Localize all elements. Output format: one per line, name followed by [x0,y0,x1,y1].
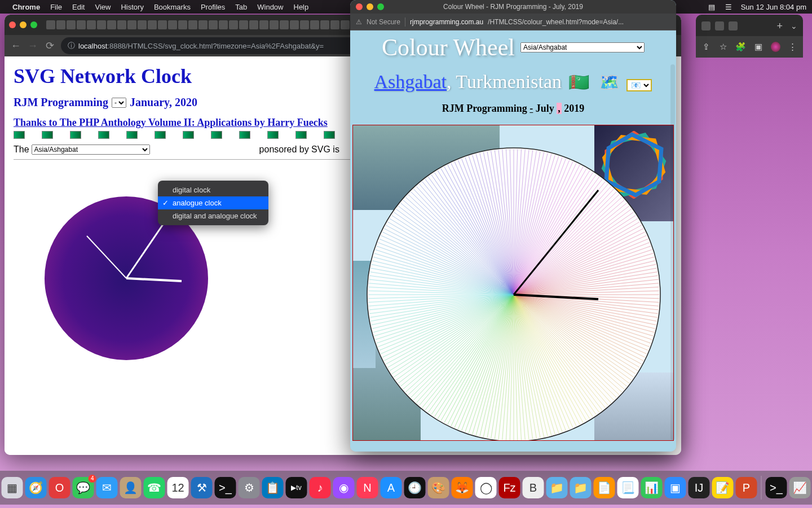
dock-settings[interactable]: ⚙︎ [239,477,260,498]
menu-view[interactable]: View [95,3,111,11]
menu-help[interactable]: Help [294,3,309,11]
dock-filezilla[interactable]: Fz [499,477,520,498]
flag-icon[interactable] [295,131,307,139]
flag-icon[interactable] [70,131,81,139]
dock-trello[interactable]: 📋 [262,477,284,498]
dock-podcasts[interactable]: ◉ [333,477,355,498]
browser-tab[interactable] [330,20,339,29]
tab-overflow-icon[interactable]: ⌄ [791,21,797,30]
dock-chrome[interactable]: ◯ [475,477,497,498]
menu-history[interactable]: History [121,3,143,11]
flag-icon[interactable] [155,131,166,139]
browser-tab[interactable] [320,20,329,29]
dock-safari[interactable]: 🧭 [25,477,47,498]
not-secure-label[interactable]: Not Secure [367,18,400,26]
chrome-menu-icon[interactable]: ⋮ [788,42,797,52]
dock-xcode[interactable]: ⚒︎ [191,477,213,498]
menu-window[interactable]: Window [257,3,283,11]
browser-tab[interactable] [127,20,136,29]
browser-tab[interactable] [270,20,279,29]
dock-launchpad[interactable]: ▦ [2,477,23,498]
dropdown-option-both[interactable]: digital and analogue clock [158,209,268,222]
browser-tab[interactable] [148,20,157,29]
new-tab-button[interactable]: + [776,20,783,32]
menu-file[interactable]: File [50,3,62,11]
dock-powerpoint[interactable]: P [736,477,757,498]
browser-tab[interactable] [259,20,268,29]
menu-tab[interactable]: Tab [235,3,247,11]
scrollbar[interactable] [670,64,675,440]
browser-tab[interactable] [77,20,86,29]
tray-icon-2[interactable]: ☰ [724,2,733,11]
dock-zoom[interactable]: ▣ [665,477,686,498]
colour-wheel-timezone-select[interactable]: Asia/Ashgabat [520,42,645,52]
browser-tab[interactable] [46,20,55,29]
dock-mail[interactable]: ✉︎ [96,477,118,498]
flag-icon[interactable] [324,131,335,139]
browser-tab[interactable] [97,20,106,29]
mini-select[interactable]: 📧 [626,79,652,91]
dock-messages[interactable]: 💬4 [73,477,94,498]
browser-tab[interactable] [729,21,738,30]
browser-tab[interactable] [158,20,167,29]
flag-icon[interactable] [14,131,25,139]
dock-contacts[interactable]: 👤 [120,477,142,498]
dock-pages[interactable]: 📄 [594,477,615,498]
flag-icon[interactable] [267,131,279,139]
flag-icon[interactable] [239,131,250,139]
bookmark-star-icon[interactable]: ☆ [718,42,727,52]
dock-idea[interactable]: IJ [689,477,710,498]
tray-icon-1[interactable]: ▤ [707,2,716,11]
window-zoom-icon[interactable] [377,3,384,10]
browser-tab[interactable] [67,20,76,29]
dock-calendar[interactable]: 12 [167,477,189,498]
browser-tab[interactable] [310,20,319,29]
dock-terminal1[interactable]: >_ [215,477,236,498]
browser-tab[interactable] [701,21,710,30]
window-close-icon[interactable] [356,3,363,10]
window-minimize-icon[interactable] [367,3,373,10]
dropdown-option-digital[interactable]: digital clock [158,183,268,196]
flag-icon[interactable] [183,131,194,139]
forward-icon[interactable]: → [27,40,38,51]
dock-numbers[interactable]: 📊 [641,477,663,498]
flag-icon[interactable] [126,131,138,139]
window-zoom-icon[interactable] [30,21,37,28]
dock-news[interactable]: N [357,477,378,498]
side-panel-icon[interactable]: ▣ [754,42,763,52]
dock-music[interactable]: ♪ [310,477,331,498]
menubar-clock[interactable]: Sun 12 Jun 8:04 pm [741,3,806,11]
dock-palette[interactable]: 🎨 [428,477,449,498]
flag-icon[interactable] [211,131,222,139]
browser-tab[interactable] [87,20,96,29]
browser-tab[interactable] [56,20,65,29]
site-info-icon[interactable]: ⓘ [68,41,75,51]
browser-tab[interactable] [290,20,299,29]
browser-tab[interactable] [168,20,177,29]
browser-tab[interactable] [107,20,116,29]
browser-tab[interactable] [341,20,350,29]
browser-tab[interactable] [280,20,289,29]
dock-terminal2[interactable]: >_ [766,477,787,498]
browser-tab[interactable] [229,20,238,29]
flag-icon[interactable] [98,131,109,139]
url-host[interactable]: rjmprogramming.com.au [410,18,483,26]
profile-avatar[interactable] [771,42,780,52]
dock-clock[interactable]: 🕘 [404,477,426,498]
browser-tab[interactable] [117,20,126,29]
timezone-select[interactable]: Asia/Ashgabat [32,144,150,155]
window-minimize-icon[interactable] [20,21,27,28]
subtitle-select[interactable]: - [112,98,126,108]
browser-tab[interactable] [209,20,218,29]
dock-bold[interactable]: B [523,477,544,498]
browser-tab[interactable] [219,20,228,29]
menu-bookmarks[interactable]: Bookmarks [154,3,191,11]
not-secure-icon[interactable]: ⚠︎ [356,18,362,26]
flag-icon[interactable] [42,131,53,139]
menu-edit[interactable]: Edit [72,3,85,11]
dock-firefox[interactable]: 🦊 [452,477,473,498]
dock-tv[interactable]: ▶︎tv [286,477,307,498]
dock-folder2[interactable]: 📁 [570,477,592,498]
menu-app[interactable]: Chrome [12,3,40,11]
dock-textedit[interactable]: 📃 [617,477,639,498]
